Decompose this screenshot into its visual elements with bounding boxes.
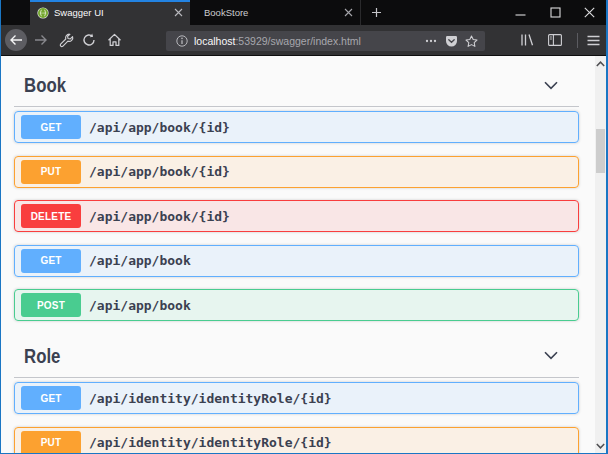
operation-path: /api/identity/identityRole/{id} [89, 391, 332, 406]
scrollbar-thumb[interactable] [596, 129, 605, 173]
operation-path: /api/app/book/{id} [89, 209, 230, 224]
method-badge: PUT [21, 160, 81, 184]
method-badge: GET [21, 386, 81, 410]
url-text[interactable]: localhost:53929/swagger/index.html [194, 35, 421, 47]
menu-button[interactable] [582, 25, 604, 55]
operation-path: /api/app/book/{id} [89, 164, 230, 179]
operation-row[interactable]: GET /api/identity/identityRole/{id} [14, 382, 579, 414]
operation-path: /api/app/book/{id} [89, 120, 230, 135]
method-badge: GET [21, 249, 81, 273]
tab-bar-spacer [391, 0, 503, 25]
toolbar-separator [577, 33, 578, 48]
reload-button[interactable] [79, 25, 99, 55]
operation-row[interactable]: DELETE /api/app/book/{id} [14, 200, 579, 232]
operation-row[interactable]: GET /api/app/book/{id} [14, 111, 579, 143]
back-circle [5, 29, 27, 51]
scroll-up-icon[interactable] [595, 56, 606, 71]
swagger-ui: Book GET /api/app/book/{id} PUT /api/app… [14, 74, 579, 453]
section-header[interactable]: Book [14, 74, 579, 107]
operation-row[interactable]: PUT /api/app/book/{id} [14, 156, 579, 188]
operation-row[interactable]: PUT /api/identity/identityRole/{id} [14, 427, 579, 454]
tab-close-icon[interactable] [170, 5, 186, 21]
tab-bookstore[interactable]: BookStore [190, 0, 361, 25]
sidebar-button[interactable] [545, 25, 565, 55]
tab-title: Swagger UI [54, 7, 170, 18]
bookmark-star-icon[interactable] [461, 31, 481, 51]
operation-path: /api/identity/identityRole/{id} [89, 435, 332, 450]
method-badge: DELETE [21, 204, 81, 228]
tab-swagger-ui[interactable]: Swagger UI [30, 0, 190, 25]
method-badge: GET [21, 115, 81, 139]
browser-window: Swagger UI BookStore [0, 0, 608, 454]
method-badge: PUT [21, 431, 81, 454]
new-tab-button[interactable] [361, 0, 391, 25]
operation-row[interactable]: GET /api/app/book [14, 245, 579, 277]
page-actions-icon[interactable] [421, 31, 441, 51]
url-path: :53929/swagger/index.html [235, 35, 361, 47]
operation-path: /api/app/book [89, 298, 191, 313]
vertical-scrollbar[interactable] [595, 56, 606, 453]
scroll-down-icon[interactable] [595, 438, 606, 453]
pocket-icon[interactable] [441, 31, 461, 51]
url-host: localhost [194, 35, 235, 47]
tab-title: BookStore [204, 7, 340, 18]
operation-list: GET /api/app/book/{id} PUT /api/app/book… [14, 107, 579, 321]
developer-wrench-button[interactable] [55, 25, 77, 55]
section-title: Book [24, 73, 66, 97]
operation-path: /api/app/book [89, 253, 191, 268]
operation-row[interactable]: POST /api/app/book [14, 289, 579, 321]
minimize-button[interactable] [503, 0, 538, 25]
pre-tab-spacer [1, 0, 30, 25]
urlbar-actions [421, 31, 481, 51]
api-section: Role GET /api/identity/identityRole/{id}… [14, 344, 579, 453]
home-button[interactable] [103, 25, 125, 55]
back-button[interactable] [5, 25, 27, 55]
chevron-down-icon[interactable] [544, 351, 558, 360]
library-button[interactable] [516, 25, 538, 55]
operation-list: GET /api/identity/identityRole/{id} PUT … [14, 378, 579, 453]
navigation-toolbar: localhost:53929/swagger/index.html [1, 25, 606, 56]
section-header[interactable]: Role [14, 344, 579, 378]
maximize-button[interactable] [538, 0, 573, 25]
tab-bar: Swagger UI BookStore [1, 0, 606, 25]
tab-close-icon[interactable] [340, 5, 356, 21]
url-bar[interactable]: localhost:53929/swagger/index.html [166, 31, 485, 51]
swagger-favicon-icon [37, 7, 49, 19]
forward-button[interactable] [32, 25, 50, 55]
method-badge: POST [21, 293, 81, 317]
api-section: Book GET /api/app/book/{id} PUT /api/app… [14, 74, 579, 321]
chevron-down-icon[interactable] [544, 81, 558, 90]
section-title: Role [24, 344, 60, 368]
page-info-icon[interactable] [176, 35, 188, 47]
page-content: Book GET /api/app/book/{id} PUT /api/app… [1, 56, 606, 453]
window-controls [503, 0, 606, 25]
close-window-button[interactable] [573, 0, 606, 25]
